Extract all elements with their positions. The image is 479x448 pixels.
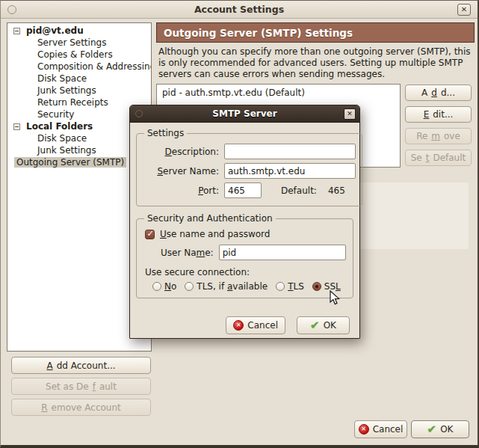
close-icon[interactable]: [344, 108, 356, 120]
tree-item-account[interactable]: pid@vt.edu: [7, 25, 151, 37]
account-settings-window: Account Settings pid@vt.edu Server Setti…: [0, 0, 479, 448]
security-legend: Security and Authentication: [144, 213, 276, 224]
window-menu-icon[interactable]: [135, 110, 143, 117]
edit-button[interactable]: Edit...: [405, 106, 472, 123]
smtp-server-dialog: SMTP Server Settings Description: Server…: [129, 105, 360, 339]
radio-no[interactable]: No: [152, 281, 176, 292]
remove-button[interactable]: Remove: [405, 128, 472, 144]
page-title: Outgoing Server (SMTP) Settings: [156, 22, 475, 43]
radio-tls[interactable]: TLS: [276, 281, 304, 292]
default-port-label: Default:: [281, 185, 317, 196]
add-button[interactable]: Add...: [405, 85, 472, 101]
close-icon[interactable]: [457, 4, 471, 16]
radio-icon[interactable]: [185, 282, 194, 291]
security-group: Security and Authentication Use name and…: [136, 213, 353, 298]
user-name-label: User Name:: [161, 248, 214, 258]
smtp-description-text: Although you can specify more than one o…: [158, 46, 475, 80]
cancel-icon: [359, 424, 369, 435]
settings-legend: Settings: [144, 128, 187, 138]
check-icon: [310, 320, 320, 331]
tree-item-disk-space[interactable]: Disk Space: [7, 73, 151, 85]
cancel-button[interactable]: Cancel: [354, 420, 407, 438]
window-menu-icon[interactable]: [7, 5, 16, 14]
list-item[interactable]: pid - auth.smtp.vt.edu (Default): [157, 85, 400, 101]
radio-tls-if-available[interactable]: TLS, if available: [185, 281, 268, 292]
use-name-password-label: Use name and password: [160, 229, 270, 239]
collapse-icon[interactable]: [13, 123, 20, 130]
description-label: Description:: [143, 147, 219, 157]
radio-icon[interactable]: [152, 282, 161, 291]
settings-group: Settings Description: Server Name: Port:…: [136, 128, 362, 206]
port-field[interactable]: [224, 182, 262, 198]
port-label: Port:: [143, 185, 219, 196]
tree-item-composition[interactable]: Composition & Addressing: [7, 61, 151, 73]
use-name-password-checkbox[interactable]: [145, 230, 155, 239]
server-name-field[interactable]: [224, 163, 356, 179]
server-name-label: Server Name:: [143, 166, 219, 177]
description-field[interactable]: [224, 144, 356, 159]
mouse-cursor: [330, 290, 341, 306]
cancel-icon: [233, 320, 244, 331]
set-default-button[interactable]: Set Default: [405, 150, 472, 166]
remove-account-button[interactable]: Remove Account: [11, 399, 151, 416]
titlebar: Account Settings: [1, 1, 478, 19]
tree-item-junk-settings[interactable]: Junk Settings: [7, 85, 151, 96]
check-icon: [427, 424, 437, 435]
add-account-button[interactable]: Add Account...: [11, 357, 151, 374]
tree-item-copies-folders[interactable]: Copies & Folders: [7, 49, 151, 61]
dialog-cancel-button[interactable]: Cancel: [226, 316, 285, 334]
collapse-icon[interactable]: [13, 28, 20, 34]
secure-connection-label: Use secure connection:: [145, 267, 347, 277]
ok-button[interactable]: OK: [411, 420, 469, 438]
radio-icon[interactable]: [312, 282, 321, 291]
user-name-field[interactable]: [219, 245, 346, 260]
dialog-titlebar: SMTP Server: [130, 105, 359, 123]
default-port-value: 465: [328, 185, 345, 196]
radio-icon[interactable]: [276, 282, 285, 291]
set-as-default-button[interactable]: Set as Default: [11, 378, 151, 395]
dialog-title: SMTP Server: [130, 108, 359, 119]
dialog-body: Settings Description: Server Name: Port:…: [130, 123, 359, 340]
tree-item-server-settings[interactable]: Server Settings: [7, 37, 151, 49]
window-title: Account Settings: [1, 4, 478, 15]
dialog-ok-button[interactable]: OK: [297, 316, 350, 334]
